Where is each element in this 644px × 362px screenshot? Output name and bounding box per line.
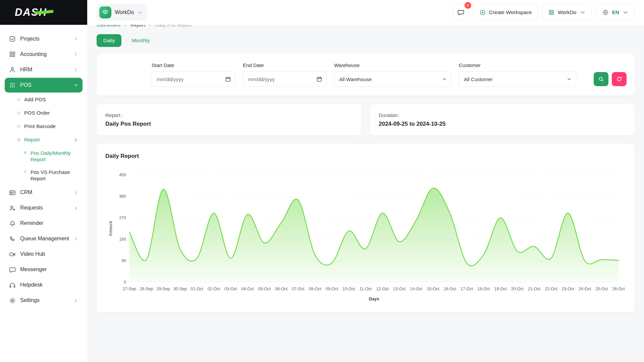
- svg-text:23-Oct: 23-Oct: [561, 287, 574, 291]
- svg-text:180: 180: [119, 237, 126, 242]
- language-code: EN: [612, 9, 619, 15]
- chevron-right-icon: [73, 298, 78, 303]
- apps-grid-icon: [548, 9, 555, 16]
- headset-icon: [9, 282, 16, 289]
- sidebar: ProjectsAccountingHRMPOSAdd POSPOS Order…: [0, 25, 87, 362]
- chevron-right-icon: [73, 236, 78, 242]
- sidebar-item-helpdesk[interactable]: Helpdesk: [5, 278, 83, 293]
- search-icon: [598, 76, 604, 82]
- chevron-right-icon: [73, 205, 78, 211]
- sidebar-item-accounting[interactable]: Accounting: [5, 47, 83, 62]
- svg-text:12-Oct: 12-Oct: [376, 287, 389, 291]
- sidebar-item-report[interactable]: Report: [5, 133, 83, 146]
- svg-text:24-Oct: 24-Oct: [579, 287, 591, 291]
- sidebar-item-pos[interactable]: POS: [5, 78, 83, 93]
- svg-text:10-Oct: 10-Oct: [342, 287, 355, 291]
- sidebar-item-label: Messenger: [20, 266, 47, 273]
- report-mode-tabs: Daily Monthly: [97, 34, 635, 47]
- svg-text:27-Sep: 27-Sep: [123, 287, 136, 291]
- end-date-label: End Date: [243, 62, 327, 68]
- top-header: DASH WorkDo 0 Create Workspace: [0, 0, 644, 25]
- svg-text:15-Oct: 15-Oct: [427, 287, 439, 291]
- crm-card-icon: [9, 189, 16, 196]
- pos-grid-icon: [9, 81, 16, 89]
- tab-monthly[interactable]: Monthly: [125, 34, 156, 47]
- start-date-input[interactable]: [152, 71, 235, 87]
- svg-text:20-Oct: 20-Oct: [511, 287, 524, 291]
- svg-text:26-Oct: 26-Oct: [612, 287, 625, 291]
- bullet-icon: [24, 171, 26, 173]
- create-workspace-label: Create Workspace: [489, 9, 532, 15]
- svg-text:04-Oct: 04-Oct: [241, 287, 254, 291]
- workdo-menu-button[interactable]: WorkDo: [542, 4, 592, 20]
- phone-icon: [9, 235, 16, 243]
- daily-report-card: Daily Report 09018027036045027-Sep28-Sep…: [97, 144, 635, 312]
- sidebar-item-pos-vs-purchase-report[interactable]: Pos VS Purchase Report: [5, 166, 83, 185]
- svg-text:29-Sep: 29-Sep: [156, 287, 170, 291]
- sidebar-item-label: POS: [20, 82, 32, 89]
- clipboard-check-icon: [9, 35, 16, 43]
- svg-text:28-Sep: 28-Sep: [140, 287, 153, 291]
- workspace-selector[interactable]: WorkDo: [97, 4, 147, 21]
- reset-filter-button[interactable]: [612, 72, 627, 86]
- end-date-input[interactable]: [243, 71, 327, 87]
- svg-text:18-Oct: 18-Oct: [477, 287, 490, 291]
- duration-value: 2024-09-25 to 2024-10-25: [379, 121, 626, 127]
- end-date-field: End Date: [243, 62, 327, 87]
- sidebar-item-video-hub[interactable]: Video Hub: [5, 247, 83, 262]
- sidebar-item-label: POS Order: [24, 110, 50, 116]
- grid-icon: [9, 51, 16, 58]
- sidebar-item-label: Requests: [20, 204, 43, 212]
- sidebar-item-projects[interactable]: Projects: [5, 32, 83, 46]
- workspace-name: WorkDo: [115, 9, 134, 15]
- chevron-down-icon: [73, 82, 78, 88]
- svg-text:0: 0: [124, 280, 126, 285]
- svg-text:21-Oct: 21-Oct: [528, 287, 541, 291]
- duration-summary-card: Duration : 2024-09-25 to 2024-10-25: [370, 104, 635, 135]
- tab-daily[interactable]: Daily: [97, 34, 121, 47]
- sidebar-item-pos-daily-monthly-report[interactable]: Pos Daily/Monthly Report: [5, 147, 83, 166]
- sidebar-item-label: HRM: [20, 66, 32, 73]
- gear-icon: [9, 297, 16, 304]
- create-workspace-button[interactable]: Create Workspace: [474, 4, 538, 20]
- customer-label: Customer: [459, 62, 576, 68]
- warehouse-selected-value: All Warehouse: [339, 76, 372, 82]
- sidebar-item-print-barcode[interactable]: Print Barcode: [5, 120, 83, 133]
- sidebar-item-reminder[interactable]: Reminder: [5, 216, 83, 231]
- svg-text:09-Oct: 09-Oct: [326, 287, 338, 291]
- svg-text:30-Sep: 30-Sep: [173, 287, 187, 291]
- svg-text:17-Oct: 17-Oct: [461, 287, 473, 291]
- chevron-right-icon: [73, 36, 78, 42]
- workdo-menu-label: WorkDo: [558, 9, 577, 15]
- user-plus-icon: [9, 204, 16, 212]
- svg-text:Amount: Amount: [108, 221, 113, 236]
- sidebar-item-label: Pos VS Purchase Report: [31, 169, 80, 182]
- header-toolbar: WorkDo 0 Create Workspace WorkDo: [87, 0, 644, 25]
- chevron-right-icon: [73, 67, 78, 72]
- bell-icon: [9, 220, 16, 227]
- search-filter-button[interactable]: [594, 72, 608, 86]
- customer-select[interactable]: All Customer: [459, 71, 576, 87]
- sidebar-item-crm[interactable]: CRM: [5, 185, 83, 200]
- sidebar-item-requests[interactable]: Requests: [5, 201, 83, 216]
- sidebar-item-settings[interactable]: Settings: [5, 293, 83, 308]
- start-date-field: Start Date: [152, 62, 235, 87]
- sidebar-item-queue-management[interactable]: Queue Management: [5, 232, 83, 246]
- language-selector[interactable]: EN: [596, 4, 635, 20]
- svg-text:05-Oct: 05-Oct: [258, 287, 271, 291]
- sidebar-item-messenger[interactable]: Messenger: [5, 262, 83, 277]
- bullet-icon: [17, 125, 20, 128]
- start-date-label: Start Date: [152, 62, 235, 68]
- bullet-icon: [24, 152, 26, 154]
- chevron-right-icon: [73, 137, 78, 142]
- sidebar-item-pos-order[interactable]: POS Order: [5, 107, 83, 119]
- header-actions: 0 Create Workspace WorkDo: [453, 4, 635, 20]
- svg-text:14-Oct: 14-Oct: [410, 287, 423, 291]
- daily-report-chart: 09018027036045027-Sep28-Sep29-Sep30-Sep0…: [105, 170, 626, 304]
- app-logo[interactable]: DASH: [0, 0, 87, 25]
- messages-button[interactable]: 0: [453, 4, 469, 20]
- warehouse-select[interactable]: All Warehouse: [334, 71, 451, 87]
- bullet-icon: [17, 98, 20, 101]
- sidebar-item-hrm[interactable]: HRM: [5, 62, 83, 77]
- sidebar-item-add-pos[interactable]: Add POS: [5, 93, 83, 106]
